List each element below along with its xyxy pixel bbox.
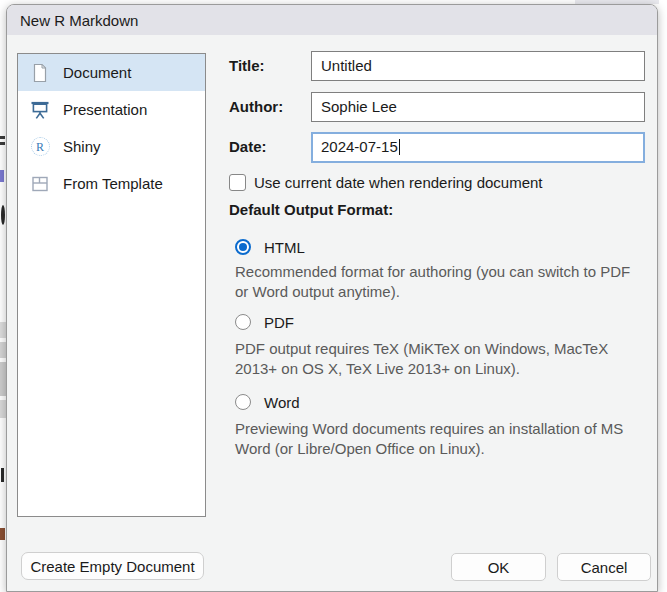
pdf-option-description: PDF output requires TeX (MiKTeX on Windo… — [235, 339, 665, 378]
author-label: Author: — [229, 92, 283, 122]
html-option-description: Recommended format for authoring (you ca… — [235, 262, 665, 301]
radio-unselected-icon — [235, 394, 251, 410]
list-item-label: Document — [63, 64, 131, 81]
title-label: Title: — [229, 51, 265, 81]
radio-label: PDF — [264, 314, 294, 331]
template-icon — [30, 174, 50, 194]
background-window-fragment — [0, 170, 4, 182]
radio-option-word[interactable]: Word — [235, 392, 300, 412]
list-item-shiny[interactable]: R Shiny — [18, 128, 205, 165]
cancel-button[interactable]: Cancel — [557, 553, 651, 581]
default-output-format-heading: Default Output Format: — [229, 201, 393, 218]
checkbox-unchecked — [229, 174, 246, 191]
background-window-fragment — [1, 205, 5, 225]
presentation-icon — [30, 100, 50, 120]
radio-option-pdf[interactable]: PDF — [235, 312, 294, 332]
dialog-title: New R Markdown — [20, 5, 138, 35]
list-item-label: Presentation — [63, 101, 147, 118]
list-item-from-template[interactable]: From Template — [18, 165, 205, 202]
radio-label: Word — [264, 394, 300, 411]
new-r-markdown-dialog: New R Markdown Document Presentat — [6, 4, 658, 592]
list-item-document[interactable]: Document — [18, 54, 205, 91]
list-item-presentation[interactable]: Presentation — [18, 91, 205, 128]
checkbox-label: Use current date when rendering document — [254, 174, 543, 191]
dialog-titlebar[interactable]: New R Markdown — [7, 5, 657, 35]
create-empty-document-button[interactable]: Create Empty Document — [21, 552, 204, 580]
radio-unselected-icon — [235, 314, 251, 330]
document-type-list: Document Presentation R Shiny — [17, 53, 206, 517]
date-label: Date: — [229, 132, 267, 162]
shiny-r-icon: R — [30, 137, 50, 157]
background-window-fragment — [0, 142, 5, 145]
list-item-label: Shiny — [63, 138, 101, 155]
radio-label: HTML — [264, 239, 305, 256]
ok-button[interactable]: OK — [451, 553, 546, 581]
title-input[interactable]: Untitled — [311, 51, 645, 81]
background-window-fragment — [0, 528, 5, 540]
document-icon — [30, 63, 50, 83]
author-input[interactable]: Sophie Lee — [311, 92, 645, 122]
radio-selected-icon — [235, 239, 251, 255]
list-item-label: From Template — [63, 175, 163, 192]
background-window-fragment — [1, 468, 4, 482]
background-window-fragment — [0, 136, 5, 139]
use-current-date-checkbox-row[interactable]: Use current date when rendering document — [229, 172, 543, 192]
radio-option-html[interactable]: HTML — [235, 237, 305, 257]
word-option-description: Previewing Word documents requires an in… — [235, 419, 665, 458]
text-caret — [399, 139, 400, 155]
date-input[interactable]: 2024-07-15 — [311, 132, 645, 163]
